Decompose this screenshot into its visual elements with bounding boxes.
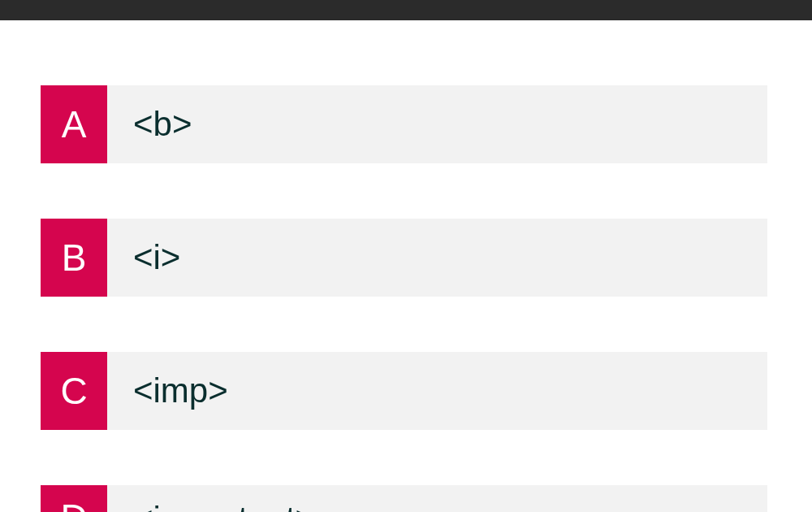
option-c[interactable]: C <imp> [41, 352, 767, 430]
option-text-d: <important> [107, 485, 767, 512]
option-a[interactable]: A <b> [41, 85, 767, 163]
option-letter-b: B [41, 219, 107, 297]
quiz-options: A <b> B <i> C <imp> D <important> [0, 20, 812, 512]
option-letter-c: C [41, 352, 107, 430]
option-text-c: <imp> [107, 352, 767, 430]
option-letter-d: D [41, 485, 107, 512]
option-text-a: <b> [107, 85, 767, 163]
option-b[interactable]: B <i> [41, 219, 767, 297]
option-letter-a: A [41, 85, 107, 163]
option-d[interactable]: D <important> [41, 485, 767, 512]
top-bar [0, 0, 812, 20]
option-text-b: <i> [107, 219, 767, 297]
